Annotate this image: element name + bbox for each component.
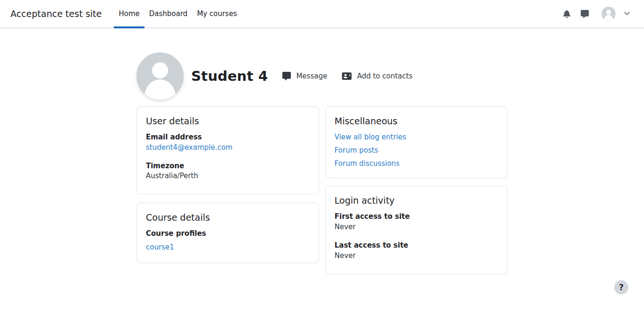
page-content: Student 4 Message Add to contacts User d… [126,52,518,275]
view-blog-entries-link[interactable]: View all blog entries [335,132,499,143]
course-details-title: Course details [146,212,310,223]
last-access-field: Last access to site Never [335,241,499,261]
login-activity-title: Login activity [335,195,499,206]
course-profiles-label: Course profiles [146,229,310,239]
messages-bubble-icon[interactable] [577,6,592,21]
left-column: User details Email address student4@exam… [136,106,319,263]
email-field: Email address student4@example.com [146,132,310,153]
message-user-button[interactable]: Message [282,72,327,80]
primary-navigation: Home Dashboard My courses [114,0,241,27]
nav-tab-home[interactable]: Home [114,0,144,27]
nav-tab-my-courses[interactable]: My courses [192,0,242,27]
profile-header: Student 4 Message Add to contacts [136,52,508,100]
notification-bell-icon[interactable] [559,6,574,21]
timezone-field: Timezone Australia/Perth [146,161,310,182]
nav-tab-dashboard[interactable]: Dashboard [144,0,192,27]
profile-avatar [136,52,184,100]
right-column: Miscellaneous View all blog entries Foru… [325,106,508,275]
add-to-contacts-label: Add to contacts [357,72,413,80]
first-access-value: Never [335,222,499,232]
profile-cards: User details Email address student4@exam… [136,106,508,275]
address-card-icon [342,72,352,80]
first-access-label: First access to site [335,212,499,222]
timezone-value: Australia/Perth [146,171,310,181]
user-avatar[interactable] [602,7,616,21]
bell-icon [563,10,571,18]
help-button[interactable]: ? [614,280,628,294]
course-profiles-field: Course profiles course1 [146,229,310,253]
first-access-field: First access to site Never [335,212,499,232]
user-menu-toggle[interactable] [619,6,635,21]
email-link[interactable]: student4@example.com [146,143,232,152]
user-details-title: User details [146,116,310,126]
add-to-contacts-button[interactable]: Add to contacts [342,72,413,80]
last-access-label: Last access to site [335,241,499,251]
course-details-card: Course details Course profiles course1 [136,203,319,263]
last-access-value: Never [335,251,499,261]
navbar-right [559,0,635,27]
chevron-down-icon [624,12,630,16]
forum-discussions-link[interactable]: Forum discussions [335,159,499,169]
email-label: Email address [146,132,310,143]
message-bubble-icon [282,72,291,80]
miscellaneous-title: Miscellaneous [335,116,499,126]
page-title: Student 4 [191,68,268,84]
login-activity-card: Login activity First access to site Neve… [325,186,508,275]
site-title: Acceptance test site [10,9,102,19]
miscellaneous-card: Miscellaneous View all blog entries Foru… [325,106,508,178]
forum-posts-link[interactable]: Forum posts [335,146,499,156]
chat-bubble-icon [581,10,589,18]
course-link[interactable]: course1 [146,242,174,253]
navbar: Acceptance test site Home Dashboard My c… [0,0,644,28]
user-details-card: User details Email address student4@exam… [136,106,319,194]
timezone-label: Timezone [146,161,310,172]
message-user-label: Message [296,72,327,80]
